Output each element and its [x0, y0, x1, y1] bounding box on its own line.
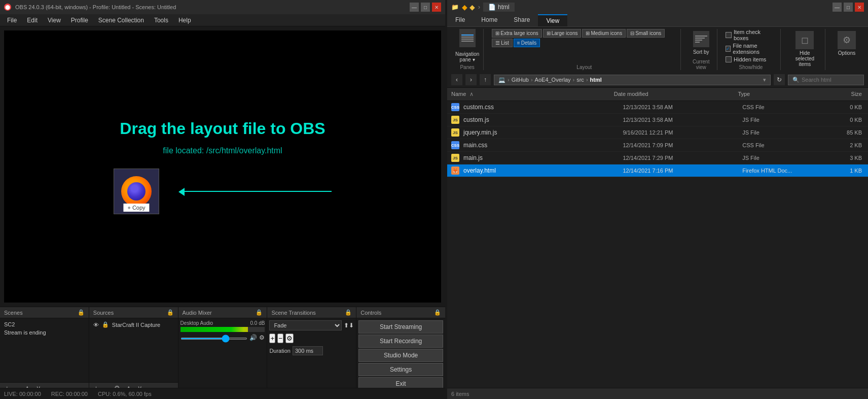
menu-scene-collection[interactable]: Scene Collection [93, 16, 149, 25]
file-row[interactable]: CSS custom.css 12/13/2021 3:58 AM CSS Fi… [447, 101, 868, 114]
view-medium-icons[interactable]: ⊞ Medium icons [582, 29, 626, 38]
scene-item-sc2[interactable]: SC2 [2, 320, 87, 328]
up-button[interactable]: ↑ [480, 74, 491, 85]
obs-bottom-panels: Scenes 🔒 SC2 Stream is ending + − ∧ ∨ [0, 307, 445, 388]
file-icon: CSS [451, 103, 459, 111]
ribbon-tab-file[interactable]: File [447, 14, 473, 26]
options-button[interactable]: ⚙ Options [834, 29, 860, 58]
file-date: 12/14/2021 7:16 PM [623, 168, 742, 174]
current-view-group-label: Current view [689, 59, 713, 70]
audio-mixer-lock-icon: 🔒 [256, 309, 263, 316]
ribbon-tab-home[interactable]: Home [473, 14, 505, 26]
obs-maximize-button[interactable]: □ [421, 3, 430, 12]
hidden-items-cb[interactable] [726, 56, 732, 62]
large-icons-icon: ⊞ [547, 30, 551, 36]
menu-help[interactable]: Help [173, 16, 196, 25]
transition-spinner-icon: ⬆⬇ [344, 322, 354, 329]
file-name: main.css [463, 142, 623, 149]
ribbon-tab-share[interactable]: Share [505, 14, 538, 26]
search-input[interactable] [802, 77, 859, 83]
ribbon-tab-view[interactable]: View [538, 14, 567, 26]
navigation-pane-label[interactable]: Navigationpane ▾ [455, 51, 479, 62]
view-large-icons[interactable]: ⊞ Large icons [543, 29, 582, 38]
duration-input[interactable] [293, 346, 323, 355]
breadcrumb-dropdown-icon[interactable]: ▾ [763, 77, 766, 83]
html-folder-tab[interactable]: 📄 html [483, 3, 515, 12]
transition-remove-button[interactable]: − [277, 334, 283, 343]
audio-settings-icon[interactable]: ⚙ [259, 334, 265, 341]
file-row[interactable]: JS custom.js 12/13/2021 3:58 AM JS File … [447, 114, 868, 126]
audio-channel-row: Desktop Audio 0.0 dB [180, 320, 265, 326]
refresh-button[interactable]: ↻ [774, 74, 785, 85]
settings-button[interactable]: Settings [358, 363, 443, 376]
hide-selected-button[interactable]: ◻ Hide selected items [789, 29, 821, 69]
explorer-minimize-button[interactable]: — [833, 3, 842, 12]
ribbon-group-hide-selected: ◻ Hide selected items [785, 29, 825, 70]
controls-panel-content: Start Streaming Start Recording Studio M… [356, 318, 445, 393]
audio-channel-name: Desktop Audio [180, 320, 213, 326]
studio-mode-button[interactable]: Studio Mode [358, 349, 443, 362]
chevron-icon: › [478, 4, 480, 11]
obs-close-button[interactable]: ✕ [432, 3, 441, 12]
file-date: 12/14/2021 7:09 PM [623, 142, 742, 148]
explorer-close-button[interactable]: ✕ [855, 3, 864, 12]
hidden-items-row: Hidden items [726, 56, 776, 62]
source-lock-icon[interactable]: 🔒 [102, 321, 109, 328]
search-icon: 🔍 [792, 77, 800, 83]
item-check-boxes-cb[interactable] [726, 32, 732, 38]
breadcrumb-aoe4overlay[interactable]: AoE4_Overlay [535, 77, 571, 83]
menu-tools[interactable]: Tools [149, 16, 173, 25]
audio-mute-icon[interactable]: 🔊 [249, 334, 257, 341]
col-header-date[interactable]: Date modified [610, 90, 734, 98]
explorer-maximize-button[interactable]: □ [844, 3, 853, 12]
file-size: 0 KB [822, 104, 868, 110]
col-header-type[interactable]: Type [734, 90, 819, 98]
file-row[interactable]: JS jquery.min.js 9/16/2021 12:21 PM JS F… [447, 126, 868, 139]
sort-icon [693, 31, 709, 47]
sort-by-button[interactable]: Sort by [691, 29, 711, 57]
forward-button[interactable]: › [465, 74, 477, 85]
file-name-extensions-row: File name extensions [726, 43, 776, 55]
sources-panel-label: Sources [93, 310, 114, 316]
col-header-size[interactable]: Size [819, 90, 868, 98]
back-button[interactable]: ‹ [451, 74, 462, 85]
transition-select[interactable]: Fade Cut Swipe [269, 320, 342, 330]
firefox-icon [121, 176, 152, 207]
menu-edit[interactable]: Edit [22, 16, 43, 25]
start-recording-button[interactable]: Start Recording [358, 335, 443, 348]
view-small-icons[interactable]: ⊟ Small icons [627, 29, 665, 38]
transitions-panel-header: Scene Transitions 🔒 [267, 307, 356, 318]
menu-file[interactable]: File [2, 16, 22, 25]
source-item-sc2-capture[interactable]: 👁 🔒 StarCraft II Capture [91, 320, 176, 329]
scene-transitions-panel: Scene Transitions 🔒 Fade Cut Swipe ⬆⬇ [267, 307, 356, 393]
breadcrumb-path: 💻 › GitHub › AoE4_Overlay › src › html ▾ [494, 75, 771, 85]
start-streaming-button[interactable]: Start Streaming [358, 320, 443, 334]
menu-profile[interactable]: Profile [66, 16, 93, 25]
file-name-extensions-cb[interactable] [726, 46, 731, 52]
breadcrumb-src[interactable]: src [576, 77, 584, 83]
view-list[interactable]: ☰ List [492, 39, 513, 47]
file-date: 9/16/2021 12:21 PM [623, 129, 742, 136]
source-visibility-icon[interactable]: 👁 [93, 322, 99, 328]
navigation-pane-btn[interactable] [459, 29, 476, 47]
transition-add-button[interactable]: + [269, 334, 275, 343]
sources-panel-content: 👁 🔒 StarCraft II Capture [89, 318, 178, 382]
scene-item-stream-ending[interactable]: Stream is ending [2, 328, 87, 337]
file-date: 12/13/2021 3:58 AM [623, 117, 742, 123]
breadcrumb-html[interactable]: html [590, 77, 602, 83]
file-row[interactable]: CSS main.css 12/14/2021 7:09 PM CSS File… [447, 139, 868, 152]
obs-cpu-status: CPU: 0.6%, 60.00 fps [98, 391, 152, 397]
file-size: 1 KB [822, 168, 868, 174]
obs-title-text: OBS 24.0.3 (64-bit, windows) - Profile: … [15, 4, 410, 10]
view-details[interactable]: ≡ Details [514, 39, 540, 47]
file-row[interactable]: 🦊 overlay.html 12/14/2021 7:16 PM Firefo… [447, 164, 868, 177]
col-header-name[interactable]: Name ∧ [447, 90, 610, 98]
transition-settings-button[interactable]: ⚙ [285, 334, 294, 343]
audio-volume-slider[interactable] [180, 338, 248, 340]
menu-view[interactable]: View [43, 16, 66, 25]
layout-buttons-area: ⊞ Extra large icons ⊞ Large icons ⊞ Medi… [492, 29, 676, 47]
view-extra-large-icons[interactable]: ⊞ Extra large icons [492, 29, 541, 38]
obs-minimize-button[interactable]: — [410, 3, 419, 12]
file-row[interactable]: JS main.js 12/14/2021 7:29 PM JS File 3 … [447, 152, 868, 164]
breadcrumb-github[interactable]: GitHub [512, 77, 529, 83]
